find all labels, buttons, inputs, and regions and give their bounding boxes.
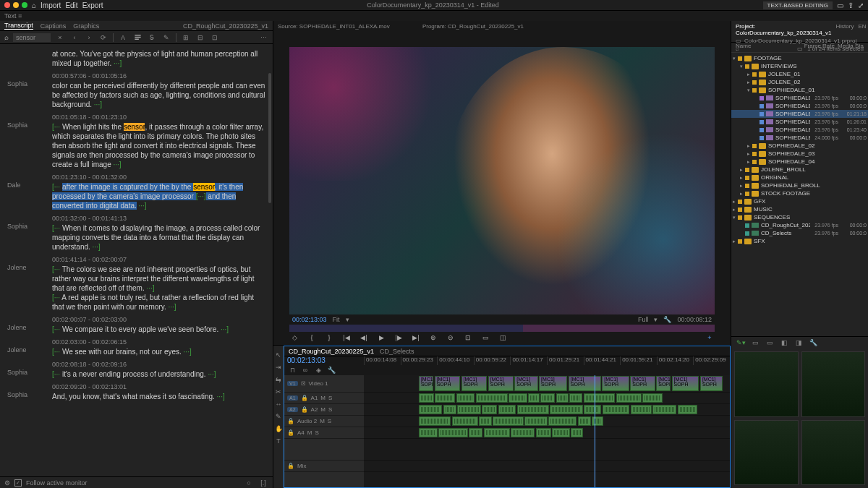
overwrite-icon[interactable]: ⊟	[195, 33, 205, 43]
bin-row[interactable]: ▸GFX	[731, 197, 868, 205]
timeline-clip[interactable]	[678, 405, 697, 414]
full-menu[interactable]: Full	[638, 316, 649, 323]
history-tab[interactable]: History	[836, 23, 854, 36]
refresh-icon[interactable]: ⟳	[98, 33, 109, 43]
transcript-entry[interactable]: Jolene00:02:03:00 - 00:02:06:15[··· We s…	[0, 336, 273, 359]
timeline-clip[interactable]	[556, 393, 569, 403]
col-name[interactable]: Name	[736, 43, 804, 52]
track-header-a3[interactable]: 🔒Audio 2MS	[284, 416, 364, 427]
go-out-icon[interactable]: ▶|	[411, 333, 421, 343]
timeline-clip[interactable]	[419, 428, 438, 437]
timeline-clip[interactable]	[578, 416, 591, 426]
bin-row[interactable]: SOPHIEDALE_I23.976 fps01:23:40	[731, 126, 868, 134]
bin-row[interactable]: ▸STOCK FOOTAGE	[731, 189, 868, 197]
timeline-clip[interactable]	[457, 405, 481, 414]
timeline-clip[interactable]: [MC1] SOPH	[630, 376, 655, 391]
timeline-clip[interactable]: [MC1] SOPH	[602, 376, 629, 391]
timeline-clip[interactable]: [MC1] SOPH	[539, 376, 567, 391]
timeline-clip[interactable]: [MC1] SOPH	[419, 376, 433, 391]
text-tool-icon[interactable]: A	[118, 33, 128, 43]
timeline-clip[interactable]	[456, 393, 475, 403]
hand-tool-icon[interactable]: ✋	[273, 424, 284, 434]
timeline-clip[interactable]	[524, 416, 547, 426]
track-row[interactable]	[364, 427, 730, 439]
text-editing-button[interactable]: TEXT-BASED EDITING	[763, 1, 833, 9]
panel-menu-icon[interactable]: ⋯	[258, 33, 268, 43]
wrench-icon[interactable]: 🔧	[326, 365, 336, 375]
menu-edit[interactable]: Edit	[65, 1, 77, 9]
timeline-clip[interactable]	[552, 428, 570, 437]
program-monitor-tab[interactable]: Program: CD_RoughCut_20230225_v1	[418, 21, 528, 43]
track-row[interactable]: [MC1] SOPH[MC1] SOPH[MC1] SOPH[MC1] SOPH…	[364, 375, 730, 393]
transcript-entry[interactable]: at once. You've got the physics of light…	[0, 47, 273, 70]
transcript-entry[interactable]: Sophia00:01:05:18 - 00:01:23:10[··· When…	[0, 111, 273, 171]
effects-tab[interactable]: EN	[858, 23, 866, 36]
bin-row[interactable]: ▸MUSIC	[731, 205, 868, 213]
timeline-clip[interactable]: [MC1] SOPH	[672, 376, 699, 391]
col-start[interactable]: Media Sta	[838, 43, 864, 52]
selection-tool-icon[interactable]: ↖	[273, 350, 284, 360]
bin-row[interactable]: SOPHIEDALE_I23.976 fps00:00:0	[731, 94, 868, 102]
track-row[interactable]	[364, 393, 730, 404]
mini-timeline[interactable]	[289, 325, 715, 332]
timeline-clip[interactable]	[479, 416, 491, 426]
timeline-tab-1[interactable]: CD_RoughCut_20230225_v1	[289, 348, 374, 355]
ripple-tool-icon[interactable]: ⇆	[273, 374, 284, 385]
bin-row[interactable]: ▾INTERVIEWS	[731, 62, 868, 70]
timeline-clip[interactable]: [MC1] SOPH	[461, 376, 488, 391]
timeline-tab-2[interactable]: CD_Selects	[380, 348, 414, 355]
clear-search-icon[interactable]: ×	[55, 33, 65, 43]
bin-row[interactable]: SOPHIEDALE_I23.976 fps01:26:01	[731, 118, 868, 126]
timeline-clip[interactable]	[435, 393, 455, 403]
fit-menu[interactable]: Fit	[333, 316, 340, 323]
menu-export[interactable]: Export	[82, 1, 103, 9]
go-in-icon[interactable]: |◀	[341, 333, 352, 343]
transcript-entry[interactable]: Sophia00:00:57:06 - 00:01:05:16color can…	[0, 70, 273, 111]
overwrite-edit-icon[interactable]: ⊖	[446, 333, 456, 343]
timecode-left[interactable]: 00:02:13:03	[292, 316, 327, 323]
bin-row[interactable]: ▸SOPHIEDALE_04	[731, 158, 868, 166]
snap-icon[interactable]: ⊓	[287, 365, 297, 375]
bin-row[interactable]: ▸SFX	[731, 237, 868, 245]
timeline-clip[interactable]	[569, 393, 582, 403]
export-frame-icon[interactable]: ⊡	[463, 333, 473, 343]
timeline-clip[interactable]	[528, 393, 540, 403]
scope-c-icon[interactable]: ◧	[779, 338, 789, 348]
track-row[interactable]	[364, 416, 730, 427]
timeline-clip[interactable]	[631, 405, 652, 414]
timeline-clip[interactable]	[550, 405, 582, 414]
timeline-clip[interactable]	[493, 416, 523, 426]
timeline-clip[interactable]	[482, 405, 497, 414]
cc-icon[interactable]: ○	[244, 478, 254, 488]
program-monitor[interactable]	[289, 47, 715, 314]
timeline-clip[interactable]	[438, 428, 467, 437]
timeline-clip[interactable]: [MC1] SOPH	[700, 376, 723, 391]
bin-row[interactable]: ▸JOLENE_BROLL	[731, 166, 868, 174]
bin-row[interactable]: SOPHIEDALE_I24.000 fps00:00:0	[731, 134, 868, 142]
timeline-clip[interactable]	[517, 405, 549, 414]
timeline-clip[interactable]	[419, 416, 451, 426]
transcript-entry[interactable]: Sophia00:01:32:00 - 00:01:41:13[··· When…	[0, 213, 273, 254]
scope-b-icon[interactable]: ▭	[765, 338, 775, 348]
timeline-clip[interactable]	[419, 393, 434, 403]
timeline-clip[interactable]	[498, 405, 516, 414]
timeline-clip[interactable]: [MC1] SOPH	[435, 376, 460, 391]
bin-row[interactable]: ▸JOLENE_01	[731, 70, 868, 78]
timeline-clip[interactable]	[616, 393, 642, 403]
bin-row[interactable]: SOPHIEDALE_I23.976 fps00:00:0	[731, 102, 868, 110]
project-tab[interactable]: Project: ColorDocumentary_kp_20230314_v1	[736, 23, 832, 36]
transcript-line[interactable]: [··· The colors we see are not inherent …	[52, 265, 265, 312]
transcript-entry[interactable]: Sophia00:02:09:20 - 00:02:13:01And, you …	[0, 381, 273, 403]
link-icon[interactable]: ∞	[300, 365, 310, 375]
project-bins[interactable]: ▾FOOTAGE▾INTERVIEWS▸JOLENE_01▸JOLENE_02▾…	[731, 53, 868, 336]
playhead[interactable]	[595, 375, 595, 487]
fullscreen-icon[interactable]: ⤢	[858, 1, 864, 9]
search-input[interactable]	[13, 33, 51, 42]
scope-wrench-icon[interactable]: 🔧	[808, 338, 818, 348]
pen-color-icon[interactable]: ✎▾	[736, 338, 746, 348]
transcript-entry[interactable]: Jolene00:01:41:14 - 00:02:00:07[··· The …	[0, 254, 273, 314]
transcript-line[interactable]: at once. You've got the physics of light…	[52, 49, 265, 68]
transcript-line[interactable]: color can be perceived differently by di…	[52, 81, 265, 109]
add-marker-icon[interactable]: ◇	[289, 333, 299, 343]
window-controls[interactable]	[4, 2, 27, 8]
